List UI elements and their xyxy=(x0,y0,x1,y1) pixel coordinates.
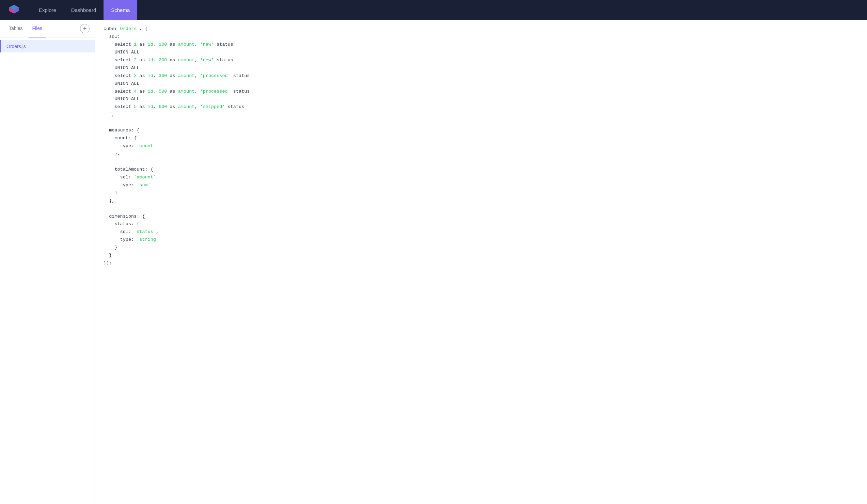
code-line-18: sql: `amount`, xyxy=(104,174,859,182)
code-line-6: UNION ALL xyxy=(104,64,859,72)
sidebar: Tables Files + Orders.js xyxy=(0,20,95,504)
code-line-15: type: `count` xyxy=(104,142,859,150)
code-line-blank-2 xyxy=(104,158,859,166)
code-line-8: UNION ALL xyxy=(104,80,859,88)
main-layout: Tables Files + Orders.js cube(`Orders`, … xyxy=(0,20,867,504)
code-line-20: } xyxy=(104,189,859,197)
nav-item-explore[interactable]: Explore xyxy=(31,0,64,20)
sidebar-tabs: Tables Files + xyxy=(0,20,95,37)
code-line-7: select 3 as id, 300 as amount, 'processe… xyxy=(104,72,859,80)
nav-item-schema[interactable]: Schema xyxy=(104,0,137,20)
code-line-12: `, xyxy=(104,111,859,119)
code-line-16: }, xyxy=(104,150,859,158)
code-line-25: type: `string` xyxy=(104,236,859,244)
code-line-10: UNION ALL xyxy=(104,95,859,103)
code-line-26: } xyxy=(104,244,859,252)
code-line-9: select 4 as id, 500 as amount, 'processe… xyxy=(104,88,859,96)
sidebar-files: Orders.js xyxy=(0,37,95,55)
code-line-3: select 1 as id, 100 as amount, 'new' sta… xyxy=(104,41,859,49)
logo-icon xyxy=(7,3,21,17)
code-line-1: cube(`Orders`, { xyxy=(104,25,859,33)
file-item-orders-js[interactable]: Orders.js xyxy=(0,40,95,52)
code-line-blank-3 xyxy=(104,205,859,213)
tab-files[interactable]: Files xyxy=(29,20,46,37)
code-line-5: select 2 as id, 200 as amount, 'new' sta… xyxy=(104,56,859,64)
code-line-13: measures: { xyxy=(104,127,859,135)
code-line-4: UNION ALL xyxy=(104,49,859,56)
code-line-24: sql: `status`, xyxy=(104,228,859,236)
code-line-22: dimensions: { xyxy=(104,213,859,221)
nav-items: Explore Dashboard Schema xyxy=(31,0,137,20)
code-editor[interactable]: cube(`Orders`, { sql: ` select 1 as id, … xyxy=(95,20,867,504)
code-line-27: } xyxy=(104,252,859,259)
nav-item-dashboard[interactable]: Dashboard xyxy=(64,0,104,20)
code-line-blank-1 xyxy=(104,119,859,127)
add-file-button[interactable]: + xyxy=(80,24,89,33)
navbar: Explore Dashboard Schema xyxy=(0,0,867,20)
code-line-17: totalAmount: { xyxy=(104,166,859,174)
code-line-28: }); xyxy=(104,259,859,267)
code-line-21: }, xyxy=(104,197,859,205)
tab-tables[interactable]: Tables xyxy=(6,20,26,37)
code-line-2: sql: ` xyxy=(104,33,859,41)
code-line-23: status: { xyxy=(104,220,859,228)
code-line-19: type: `sum` xyxy=(104,182,859,189)
code-line-11: select 5 as id, 600 as amount, 'shipped'… xyxy=(104,103,859,111)
code-line-14: count: { xyxy=(104,135,859,142)
